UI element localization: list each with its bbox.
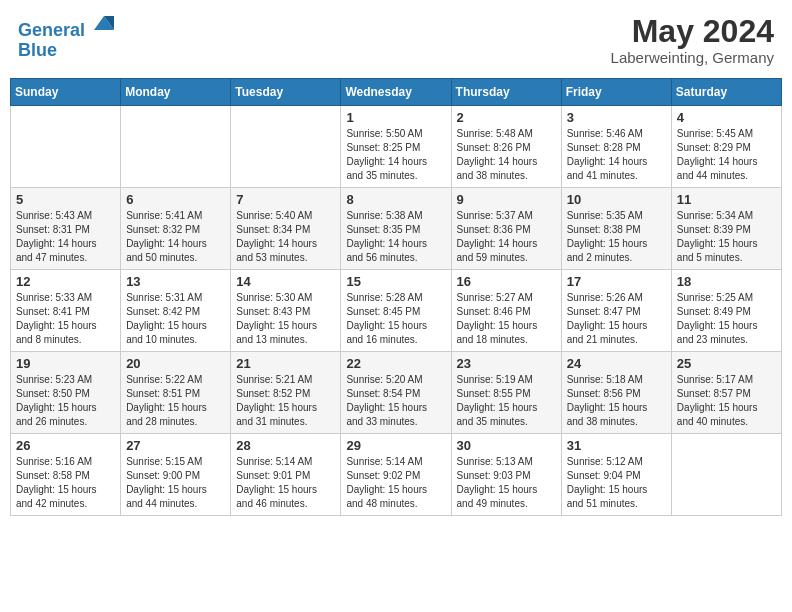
- cell-daylight-info: Sunrise: 5:17 AM Sunset: 8:57 PM Dayligh…: [677, 373, 776, 429]
- calendar-header: SundayMondayTuesdayWednesdayThursdayFrid…: [11, 79, 782, 106]
- cell-date-number: 29: [346, 438, 445, 453]
- calendar-cell: 24Sunrise: 5:18 AM Sunset: 8:56 PM Dayli…: [561, 352, 671, 434]
- cell-date-number: 14: [236, 274, 335, 289]
- calendar-cell: 5Sunrise: 5:43 AM Sunset: 8:31 PM Daylig…: [11, 188, 121, 270]
- cell-date-number: 8: [346, 192, 445, 207]
- cell-daylight-info: Sunrise: 5:14 AM Sunset: 9:01 PM Dayligh…: [236, 455, 335, 511]
- calendar-cell: 20Sunrise: 5:22 AM Sunset: 8:51 PM Dayli…: [121, 352, 231, 434]
- calendar-cell: 19Sunrise: 5:23 AM Sunset: 8:50 PM Dayli…: [11, 352, 121, 434]
- cell-daylight-info: Sunrise: 5:21 AM Sunset: 8:52 PM Dayligh…: [236, 373, 335, 429]
- location-subtitle: Laberweinting, Germany: [611, 49, 774, 66]
- calendar-week-row: 26Sunrise: 5:16 AM Sunset: 8:58 PM Dayli…: [11, 434, 782, 516]
- calendar-cell: 2Sunrise: 5:48 AM Sunset: 8:26 PM Daylig…: [451, 106, 561, 188]
- cell-date-number: 7: [236, 192, 335, 207]
- calendar-cell: 31Sunrise: 5:12 AM Sunset: 9:04 PM Dayli…: [561, 434, 671, 516]
- cell-daylight-info: Sunrise: 5:14 AM Sunset: 9:02 PM Dayligh…: [346, 455, 445, 511]
- calendar-cell: 23Sunrise: 5:19 AM Sunset: 8:55 PM Dayli…: [451, 352, 561, 434]
- weekday-header-saturday: Saturday: [671, 79, 781, 106]
- cell-daylight-info: Sunrise: 5:15 AM Sunset: 9:00 PM Dayligh…: [126, 455, 225, 511]
- month-year-title: May 2024: [611, 14, 774, 49]
- calendar-cell: 30Sunrise: 5:13 AM Sunset: 9:03 PM Dayli…: [451, 434, 561, 516]
- cell-daylight-info: Sunrise: 5:45 AM Sunset: 8:29 PM Dayligh…: [677, 127, 776, 183]
- calendar-cell: 15Sunrise: 5:28 AM Sunset: 8:45 PM Dayli…: [341, 270, 451, 352]
- cell-daylight-info: Sunrise: 5:19 AM Sunset: 8:55 PM Dayligh…: [457, 373, 556, 429]
- cell-date-number: 20: [126, 356, 225, 371]
- cell-date-number: 3: [567, 110, 666, 125]
- weekday-header-monday: Monday: [121, 79, 231, 106]
- cell-date-number: 31: [567, 438, 666, 453]
- logo-blue: Blue: [18, 40, 57, 60]
- cell-date-number: 23: [457, 356, 556, 371]
- calendar-cell: 17Sunrise: 5:26 AM Sunset: 8:47 PM Dayli…: [561, 270, 671, 352]
- cell-date-number: 25: [677, 356, 776, 371]
- calendar-week-row: 5Sunrise: 5:43 AM Sunset: 8:31 PM Daylig…: [11, 188, 782, 270]
- calendar-cell: 1Sunrise: 5:50 AM Sunset: 8:25 PM Daylig…: [341, 106, 451, 188]
- calendar-week-row: 12Sunrise: 5:33 AM Sunset: 8:41 PM Dayli…: [11, 270, 782, 352]
- cell-date-number: 15: [346, 274, 445, 289]
- cell-date-number: 18: [677, 274, 776, 289]
- calendar-cell: [231, 106, 341, 188]
- calendar-cell: 29Sunrise: 5:14 AM Sunset: 9:02 PM Dayli…: [341, 434, 451, 516]
- calendar-cell: 12Sunrise: 5:33 AM Sunset: 8:41 PM Dayli…: [11, 270, 121, 352]
- weekday-header-friday: Friday: [561, 79, 671, 106]
- cell-daylight-info: Sunrise: 5:16 AM Sunset: 8:58 PM Dayligh…: [16, 455, 115, 511]
- cell-daylight-info: Sunrise: 5:13 AM Sunset: 9:03 PM Dayligh…: [457, 455, 556, 511]
- cell-date-number: 12: [16, 274, 115, 289]
- cell-daylight-info: Sunrise: 5:33 AM Sunset: 8:41 PM Dayligh…: [16, 291, 115, 347]
- weekday-header-wednesday: Wednesday: [341, 79, 451, 106]
- calendar-cell: 11Sunrise: 5:34 AM Sunset: 8:39 PM Dayli…: [671, 188, 781, 270]
- calendar-cell: 18Sunrise: 5:25 AM Sunset: 8:49 PM Dayli…: [671, 270, 781, 352]
- weekday-header-thursday: Thursday: [451, 79, 561, 106]
- cell-daylight-info: Sunrise: 5:25 AM Sunset: 8:49 PM Dayligh…: [677, 291, 776, 347]
- calendar-cell: 3Sunrise: 5:46 AM Sunset: 8:28 PM Daylig…: [561, 106, 671, 188]
- logo: General Blue: [18, 14, 116, 61]
- cell-daylight-info: Sunrise: 5:18 AM Sunset: 8:56 PM Dayligh…: [567, 373, 666, 429]
- cell-daylight-info: Sunrise: 5:23 AM Sunset: 8:50 PM Dayligh…: [16, 373, 115, 429]
- cell-date-number: 1: [346, 110, 445, 125]
- cell-daylight-info: Sunrise: 5:12 AM Sunset: 9:04 PM Dayligh…: [567, 455, 666, 511]
- cell-daylight-info: Sunrise: 5:41 AM Sunset: 8:32 PM Dayligh…: [126, 209, 225, 265]
- cell-daylight-info: Sunrise: 5:34 AM Sunset: 8:39 PM Dayligh…: [677, 209, 776, 265]
- calendar-cell: 22Sunrise: 5:20 AM Sunset: 8:54 PM Dayli…: [341, 352, 451, 434]
- calendar-cell: 7Sunrise: 5:40 AM Sunset: 8:34 PM Daylig…: [231, 188, 341, 270]
- cell-date-number: 11: [677, 192, 776, 207]
- cell-daylight-info: Sunrise: 5:30 AM Sunset: 8:43 PM Dayligh…: [236, 291, 335, 347]
- page-header: General Blue May 2024 Laberweinting, Ger…: [10, 10, 782, 70]
- calendar-cell: 25Sunrise: 5:17 AM Sunset: 8:57 PM Dayli…: [671, 352, 781, 434]
- cell-daylight-info: Sunrise: 5:22 AM Sunset: 8:51 PM Dayligh…: [126, 373, 225, 429]
- calendar-cell: 21Sunrise: 5:21 AM Sunset: 8:52 PM Dayli…: [231, 352, 341, 434]
- cell-date-number: 26: [16, 438, 115, 453]
- calendar-cell: 9Sunrise: 5:37 AM Sunset: 8:36 PM Daylig…: [451, 188, 561, 270]
- calendar-cell: 27Sunrise: 5:15 AM Sunset: 9:00 PM Dayli…: [121, 434, 231, 516]
- cell-date-number: 22: [346, 356, 445, 371]
- calendar-cell: [121, 106, 231, 188]
- calendar-cell: [11, 106, 121, 188]
- cell-daylight-info: Sunrise: 5:27 AM Sunset: 8:46 PM Dayligh…: [457, 291, 556, 347]
- calendar-cell: 8Sunrise: 5:38 AM Sunset: 8:35 PM Daylig…: [341, 188, 451, 270]
- cell-daylight-info: Sunrise: 5:40 AM Sunset: 8:34 PM Dayligh…: [236, 209, 335, 265]
- calendar-week-row: 1Sunrise: 5:50 AM Sunset: 8:25 PM Daylig…: [11, 106, 782, 188]
- cell-daylight-info: Sunrise: 5:35 AM Sunset: 8:38 PM Dayligh…: [567, 209, 666, 265]
- cell-daylight-info: Sunrise: 5:48 AM Sunset: 8:26 PM Dayligh…: [457, 127, 556, 183]
- cell-daylight-info: Sunrise: 5:37 AM Sunset: 8:36 PM Dayligh…: [457, 209, 556, 265]
- cell-date-number: 27: [126, 438, 225, 453]
- calendar-cell: 16Sunrise: 5:27 AM Sunset: 8:46 PM Dayli…: [451, 270, 561, 352]
- cell-date-number: 2: [457, 110, 556, 125]
- logo-text: General Blue: [18, 14, 116, 61]
- cell-date-number: 28: [236, 438, 335, 453]
- cell-date-number: 4: [677, 110, 776, 125]
- calendar-cell: 13Sunrise: 5:31 AM Sunset: 8:42 PM Dayli…: [121, 270, 231, 352]
- calendar-cell: 4Sunrise: 5:45 AM Sunset: 8:29 PM Daylig…: [671, 106, 781, 188]
- calendar-table: SundayMondayTuesdayWednesdayThursdayFrid…: [10, 78, 782, 516]
- cell-daylight-info: Sunrise: 5:38 AM Sunset: 8:35 PM Dayligh…: [346, 209, 445, 265]
- calendar-body: 1Sunrise: 5:50 AM Sunset: 8:25 PM Daylig…: [11, 106, 782, 516]
- cell-daylight-info: Sunrise: 5:31 AM Sunset: 8:42 PM Dayligh…: [126, 291, 225, 347]
- cell-daylight-info: Sunrise: 5:50 AM Sunset: 8:25 PM Dayligh…: [346, 127, 445, 183]
- calendar-cell: 14Sunrise: 5:30 AM Sunset: 8:43 PM Dayli…: [231, 270, 341, 352]
- cell-date-number: 24: [567, 356, 666, 371]
- cell-date-number: 10: [567, 192, 666, 207]
- cell-date-number: 21: [236, 356, 335, 371]
- logo-general: General: [18, 20, 85, 40]
- weekday-header-sunday: Sunday: [11, 79, 121, 106]
- cell-date-number: 17: [567, 274, 666, 289]
